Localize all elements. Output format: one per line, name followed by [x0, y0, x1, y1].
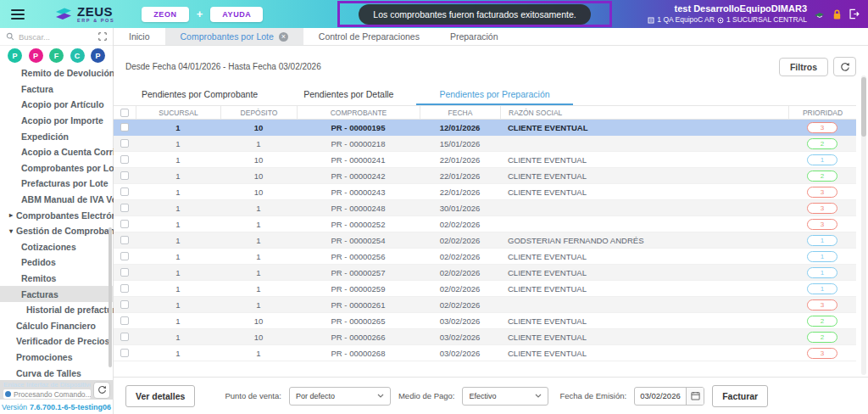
select-all-checkbox[interactable]	[120, 109, 129, 117]
row-checkbox[interactable]	[120, 123, 129, 131]
sidebar-item[interactable]: Factura	[0, 81, 113, 98]
sub-tab-item[interactable]: Pendientes por Preparación	[416, 83, 572, 105]
sidebar-item[interactable]: Promociones	[0, 350, 113, 366]
sidebar-item[interactable]: ABM Manual de IVA Ventas	[0, 192, 113, 208]
row-checkbox[interactable]	[120, 300, 129, 309]
row-checkbox[interactable]	[120, 349, 129, 357]
cell-deposito: 10	[220, 123, 297, 132]
sidebar-item[interactable]: Verificador de Precios	[0, 333, 113, 350]
sidebar-item[interactable]: Cotizaciones	[0, 239, 113, 255]
ayuda-button[interactable]: AYUDA	[210, 7, 263, 22]
cell-comprobante: PR - 00000257	[297, 268, 420, 277]
medio-pago-select[interactable]: Efectivo	[462, 387, 548, 406]
priority-badge: 2	[807, 332, 837, 343]
table-row[interactable]: 110PR - 0000024322/01/2026CLIENTE EVENTU…	[114, 184, 856, 200]
expand-icon[interactable]	[98, 32, 107, 41]
sidebar-item[interactable]: Facturas	[0, 286, 113, 302]
row-checkbox[interactable]	[120, 139, 129, 148]
table-row[interactable]: 11PR - 0000025602/02/2026CLIENTE EVENTUA…	[114, 249, 856, 265]
cell-deposito: 1	[220, 139, 297, 148]
sidebar-item[interactable]: Cálculo Financiero	[0, 318, 113, 334]
cell-sucursal: 1	[136, 300, 220, 310]
punto-venta-select[interactable]: Por defecto	[289, 387, 391, 406]
row-checkbox[interactable]	[120, 333, 129, 341]
table-row[interactable]: 110PR - 0000019512/01/2026CLIENTE EVENTU…	[114, 120, 856, 136]
logout-icon[interactable]	[849, 8, 860, 20]
table-row[interactable]: 11PR - 0000025402/02/2026GODSTERIAN FERN…	[114, 232, 856, 249]
table-row[interactable]: 110PR - 0000024222/01/2026CLIENTE EVENTU…	[114, 168, 856, 184]
main-scrollbar-track[interactable]	[861, 76, 866, 375]
sub-tab-item[interactable]: Pendientes por Detalle	[281, 83, 416, 105]
sidebar-item[interactable]: Acopio por Importe	[0, 113, 113, 129]
tab-item[interactable]: Control de Preparaciones	[303, 28, 435, 45]
tab-item[interactable]: Inicio	[114, 28, 165, 45]
device-status-text: Procesando Comando...	[14, 390, 91, 399]
zeon-button[interactable]: ZEON	[142, 7, 188, 22]
sidebar-item[interactable]: ▾Gestión de Comprobantes	[0, 223, 113, 239]
cell-prioridad: 3	[788, 299, 856, 310]
row-checkbox[interactable]	[120, 252, 129, 260]
sidebar-item[interactable]: Remito de Devolución	[0, 65, 113, 81]
module-badge-p[interactable]: P	[8, 48, 22, 63]
lock-icon[interactable]	[832, 8, 843, 20]
fecha-emision-input[interactable]: 03/02/2026	[635, 388, 686, 405]
search-input[interactable]	[19, 32, 94, 42]
cell-comprobante: PR - 00000252	[297, 220, 420, 229]
module-badge-f[interactable]: F	[49, 48, 64, 63]
tab-item[interactable]: Preparación	[435, 28, 514, 45]
cell-razon_social: CLIENTE EVENTUAL	[500, 316, 788, 326]
cell-fecha: 12/01/2026	[420, 123, 500, 132]
table-row[interactable]: 11PR - 0000021815/01/20262	[114, 136, 856, 152]
table-row[interactable]: 11PR - 0000026803/02/2026CLIENTE EVENTUA…	[114, 345, 856, 361]
sidebar-item[interactable]: Acopio por Artículo	[0, 97, 113, 113]
sidebar-item-label: Expedición	[21, 131, 69, 142]
brand-tagline: ERP & POS	[77, 19, 114, 24]
sidebar-item[interactable]: ▸Comprobantes Electrónicos	[0, 207, 113, 223]
module-badge-c[interactable]: C	[70, 48, 85, 63]
sidebar-item[interactable]: Curva de Talles	[0, 365, 113, 381]
table-row[interactable]: 11PR - 0000024830/01/20263	[114, 200, 856, 216]
sidebar-item[interactable]: Prefacturas por Lote	[0, 176, 113, 192]
refresh-grid-button[interactable]	[833, 57, 856, 76]
sidebar-item[interactable]: Remitos	[0, 271, 113, 287]
device-refresh-button[interactable]	[93, 382, 110, 399]
module-badge-p[interactable]: P	[29, 48, 43, 63]
table-row[interactable]: 110PR - 0000026603/02/2026CLIENTE EVENTU…	[114, 329, 856, 345]
row-checkbox[interactable]	[120, 220, 129, 228]
session-icon[interactable]	[813, 8, 826, 20]
row-checkbox-cell	[114, 268, 136, 277]
row-checkbox[interactable]	[120, 204, 129, 212]
table-row[interactable]: 11PR - 0000025202/02/20263	[114, 216, 856, 232]
main-scrollbar-thumb[interactable]	[861, 77, 866, 137]
row-checkbox[interactable]	[120, 316, 129, 325]
tab-item[interactable]: Comprobantes por Lote×	[165, 28, 303, 45]
facturar-button[interactable]: Facturar	[712, 385, 768, 407]
module-badge-p[interactable]: P	[91, 48, 105, 63]
close-tab-icon[interactable]: ×	[279, 32, 288, 42]
table-row[interactable]: 11PR - 0000025702/02/2026CLIENTE EVENTUA…	[114, 265, 856, 281]
sidebar-item[interactable]: Comprobantes por Lote	[0, 160, 113, 176]
row-checkbox[interactable]	[120, 187, 129, 196]
ver-detalles-button[interactable]: Ver detalles	[125, 385, 195, 407]
row-checkbox[interactable]	[120, 268, 129, 277]
table-row[interactable]: 11PR - 0000025902/02/2026CLIENTE EVENTUA…	[114, 281, 856, 297]
sidebar-badges: PPFCP	[0, 46, 113, 65]
sidebar-item[interactable]: Expedición	[0, 128, 113, 144]
column-header: FECHA	[420, 106, 500, 119]
calendar-button[interactable]	[686, 388, 704, 405]
row-checkbox[interactable]	[120, 236, 129, 244]
hamburger-menu-icon[interactable]	[11, 9, 25, 20]
row-checkbox[interactable]	[120, 171, 129, 180]
sidebar-scrollbar[interactable]	[108, 227, 112, 367]
sidebar-item[interactable]: Pedidos	[0, 255, 113, 271]
row-checkbox[interactable]	[120, 155, 129, 164]
column-header: DEPÓSITO	[220, 106, 297, 119]
table-row[interactable]: 110PR - 0000026503/02/2026CLIENTE EVENTU…	[114, 313, 856, 329]
sidebar-item[interactable]: Acopio a Cuenta Corriente	[0, 144, 113, 160]
row-checkbox[interactable]	[120, 284, 129, 293]
table-row[interactable]: 11PR - 0000026102/02/20263	[114, 297, 856, 313]
table-row[interactable]: 110PR - 0000024122/01/2026CLIENTE EVENTU…	[114, 152, 856, 168]
filters-button[interactable]: Filtros	[779, 58, 828, 76]
sidebar-item[interactable]: Historial de prefacturas	[0, 302, 113, 318]
sub-tab-item[interactable]: Pendientes por Comprobante	[119, 83, 281, 105]
